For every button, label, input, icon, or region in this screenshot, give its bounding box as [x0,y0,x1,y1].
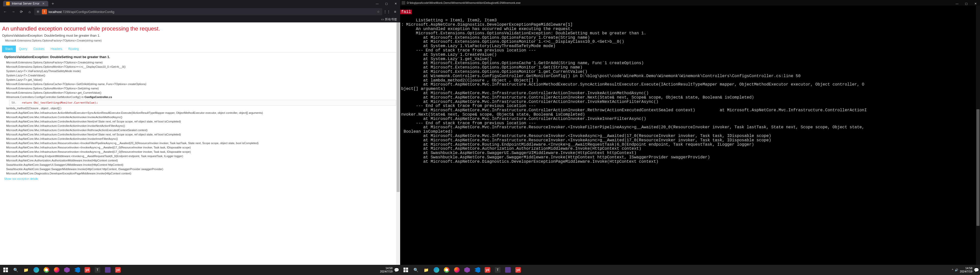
app-purple-icon[interactable] [503,266,512,275]
app-menu-icon[interactable]: ≡ [391,8,399,15]
system-tray[interactable]: ^ 🔊 [952,269,958,272]
tab-close-icon[interactable]: ✕ [41,2,45,5]
page-scrollbar[interactable] [396,22,400,265]
typora-icon[interactable]: T [93,266,102,275]
exception-page: An unhandled exception occurred while pr… [0,22,400,265]
youdao-icon[interactable]: yd [83,266,92,275]
stack-frame[interactable]: Microsoft.AspNetCore.Mvc.Infrastructure.… [6,111,396,115]
stack-frame[interactable]: Microsoft.Extensions.Options.OptionsMoni… [6,91,396,95]
shield-icon[interactable]: ⛨ [36,9,40,14]
show-raw-exception-link[interactable]: Show raw exception details [2,176,398,182]
bookmark-all-folder[interactable]: ▭ 所有书签 [381,17,397,22]
edge-icon[interactable] [432,266,441,275]
window-close-icon[interactable]: ✕ [391,0,400,7]
stack-frame[interactable]: Microsoft.AspNetCore.Diagnostics.Develop… [6,171,396,176]
search-icon[interactable]: 🔍 [411,266,421,275]
terminal-output[interactable]: fail ListSetting = Item1, Item2, Item3 :… [400,6,980,265]
taskbar-left-monitor: 🔍 📁 yd T yd 14:58 2024/7/19 💬 [0,265,400,275]
code-snippet: 50. return Ok(_testSettingsMonitor.Curre… [9,100,396,106]
vs-icon[interactable] [463,266,472,275]
window-maximize-icon[interactable]: ▢ [382,0,391,7]
tab-query[interactable]: Query [16,46,30,52]
window-minimize-icon[interactable]: ― [372,0,382,7]
extensions-icon[interactable]: ⋮⋮ [383,8,390,15]
vscode-icon[interactable] [73,266,82,275]
url-text: localhost:7299/api/Configs/GetMonitorCon… [48,10,375,14]
search-icon[interactable]: 🔍 [11,266,21,275]
stack-frame[interactable]: Microsoft.AspNetCore.Authorization.Autho… [6,158,396,163]
reload-button[interactable]: ⟳ [18,8,25,15]
stack-frame[interactable]: Microsoft.Extensions.Options.OptionsFact… [6,60,396,65]
youdao-icon[interactable]: yd [483,266,492,275]
start-button[interactable] [401,266,410,275]
app-purple-icon[interactable] [103,266,112,275]
typora-icon[interactable]: T [493,266,502,275]
home-button[interactable]: ⌂ [26,8,33,15]
tray-volume-icon[interactable]: 🔊 [955,269,958,272]
youdao2-icon[interactable]: yd [113,266,123,275]
stack-frame[interactable]: System.Lazy<T>.get_Value() [6,77,396,82]
file-explorer-icon[interactable]: 📁 [422,266,431,275]
notifications-icon[interactable]: 💬 [394,266,399,275]
page-scrollbar-thumb[interactable] [396,22,400,192]
browser-tab[interactable]: Internal Server Error ✕ [3,1,48,6]
edge-icon[interactable] [32,266,41,275]
insecure-warn-icon[interactable]: ! [42,9,47,14]
stack-frame[interactable]: Swashbuckle.AspNetCore.SwaggerUI.Swagger… [6,163,396,167]
tab-cookies[interactable]: Cookies [30,46,48,52]
stack-frame[interactable]: lambda_method2(Closure , object , object… [6,106,396,111]
start-button[interactable] [1,266,10,275]
stack-frame[interactable]: Microsoft.AspNetCore.Mvc.Infrastructure.… [6,137,396,141]
terminal-scrollbar-thumb[interactable] [977,109,980,226]
forward-button[interactable]: → [10,8,17,15]
stack-frame[interactable]: Microsoft.AspNetCore.Mvc.Infrastructure.… [6,119,396,124]
stack-frame[interactable]: Swashbuckle.AspNetCore.Swagger.SwaggerMi… [6,167,396,171]
chrome-icon[interactable] [42,266,51,275]
file-explorer-icon[interactable]: 📁 [21,266,30,275]
stack-header: OptionsValidationException: DoubleSettin… [2,52,398,60]
user-frame[interactable]: Winemonk.Controllers.ConfigsController.G… [6,95,396,99]
stack-frame[interactable]: Microsoft.AspNetCore.Mvc.Infrastructure.… [6,133,396,137]
clock-time: 14:58 [380,267,393,270]
notifications-icon[interactable]: 💬 [974,266,979,275]
firefox-icon[interactable] [452,266,461,275]
tab-stack[interactable]: Stack [2,46,16,52]
vscode-icon[interactable] [473,266,482,275]
url-bar[interactable]: ⛨ ! localhost:7299/api/Configs/GetMonito… [34,8,382,15]
tray-chevron-icon[interactable]: ^ [952,269,953,272]
vs-icon[interactable] [62,266,72,275]
stack-frame[interactable]: Microsoft.AspNetCore.Mvc.Infrastructure.… [6,145,396,150]
firefox-icon[interactable] [52,266,61,275]
terminal-app-icon [402,1,405,5]
back-button[interactable]: ← [2,8,9,15]
stack-frame[interactable]: Microsoft.Extensions.Options.OptionsMoni… [6,86,396,91]
stack-frame[interactable]: Microsoft.AspNetCore.Mvc.Infrastructure.… [6,115,396,119]
bookmark-star-icon[interactable]: ☆ [376,9,380,14]
taskbar-clock[interactable]: 14:58 2024/7/19 [960,267,972,273]
new-tab-button[interactable]: ＋ [50,0,56,6]
stack-frame[interactable]: Microsoft.AspNetCore.Mvc.Infrastructure.… [6,124,396,128]
exception-source: Microsoft.Extensions.Options.OptionsFact… [5,39,398,42]
chrome-icon[interactable] [442,266,451,275]
terminal-lines: ListSetting = Item1, Item2, Item3 : Micr… [401,18,980,164]
stack-frame[interactable]: Microsoft.AspNetCore.Mvc.Infrastructure.… [6,141,396,145]
stack-frame[interactable]: Microsoft.AspNetCore.Mvc.Infrastructure.… [6,128,396,133]
bookmark-bar: ▭ 所有书签 [0,16,400,22]
tab-routing[interactable]: Routing [65,46,82,52]
code-line-number: 50. [11,101,17,104]
tab-favicon-icon [6,2,10,5]
stack-frame[interactable]: Microsoft.Extensions.Options.OptionsCach… [6,82,396,86]
tab-headers[interactable]: Headers [48,46,65,52]
user-frame-file: ConfigsController.cs [84,95,112,98]
stack-frame[interactable]: System.Lazy<T>.CreateValue() [6,73,396,77]
terminal-fail-badge: fail [400,9,412,14]
youdao2-icon[interactable]: yd [514,266,523,275]
terminal-scrollbar[interactable] [976,6,980,265]
stack-frame[interactable]: Microsoft.Extensions.Options.OptionsMoni… [6,65,396,69]
stack-frame[interactable]: Microsoft.AspNetCore.Mvc.Infrastructure.… [6,150,396,154]
url-path: :7299/api/Configs/GetMonitorConfig [62,10,115,14]
stack-frame[interactable]: System.Lazy<T>.ViaFactory(LazyThreadSafe… [6,69,396,73]
stack-frame[interactable]: Microsoft.AspNetCore.Routing.EndpointMid… [6,154,396,158]
taskbar-clock[interactable]: 14:58 2024/7/19 [380,267,393,273]
exception-title: An unhandled exception occurred while pr… [2,25,398,32]
